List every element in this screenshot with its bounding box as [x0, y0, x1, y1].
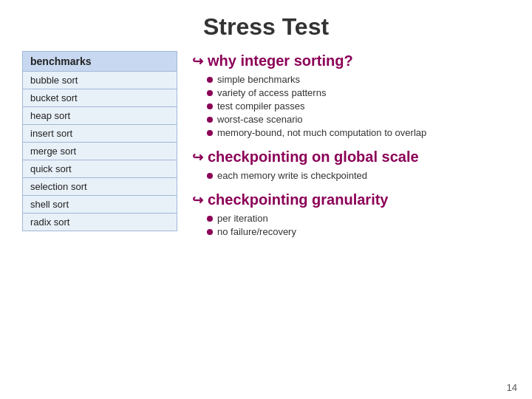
section-title-text: checkpointing on global scale	[208, 149, 419, 166]
list-item: per iteration	[207, 213, 510, 224]
bullet-text: memory-bound, not much computation to ov…	[217, 127, 426, 138]
benchmarks-panel: benchmarks bubble sortbucket sortheap so…	[22, 51, 177, 248]
section-title-why-sorting: ↪why integer sorting?	[192, 52, 510, 69]
benchmark-item: bucket sort	[22, 89, 177, 107]
section-checkpointing-granularity: ↪checkpointing granularityper iterationn…	[192, 191, 510, 237]
list-item: no failure/recovery	[207, 226, 510, 237]
bullet-dot-icon	[207, 216, 213, 222]
bullet-text: test compiler passes	[217, 100, 305, 112]
benchmark-item: heap sort	[22, 107, 177, 125]
benchmark-item: selection sort	[22, 178, 177, 196]
list-item: each memory write is checkpointed	[207, 170, 510, 181]
benchmark-item: quick sort	[22, 160, 177, 178]
bullet-list: simple benchmarksvariety of access patte…	[192, 74, 510, 138]
bullet-list: per iterationno failure/recovery	[192, 213, 510, 237]
arrow-icon: ↪	[192, 192, 203, 208]
bullet-dot-icon	[207, 103, 213, 109]
arrow-icon: ↪	[192, 53, 203, 69]
list-item: worst-case scenario	[207, 114, 510, 125]
bullet-text: each memory write is checkpointed	[217, 170, 367, 181]
bullet-text: simple benchmarks	[217, 74, 300, 85]
section-title-text: why integer sorting?	[208, 52, 353, 69]
section-title-text: checkpointing granularity	[208, 191, 388, 208]
section-title-checkpointing-granularity: ↪checkpointing granularity	[192, 191, 510, 208]
benchmarks-header: benchmarks	[22, 51, 177, 72]
right-panel: ↪why integer sorting?simple benchmarksva…	[192, 51, 510, 248]
list-item: test compiler passes	[207, 100, 510, 112]
benchmark-item: bubble sort	[22, 72, 177, 89]
bullet-text: no failure/recovery	[217, 226, 296, 237]
section-why-sorting: ↪why integer sorting?simple benchmarksva…	[192, 52, 510, 138]
section-checkpointing-global: ↪checkpointing on global scaleeach memor…	[192, 149, 510, 181]
benchmark-item: radix sort	[22, 214, 177, 231]
benchmark-item: merge sort	[22, 143, 177, 160]
arrow-icon: ↪	[192, 149, 203, 166]
bullet-text: variety of access patterns	[217, 87, 326, 98]
bullet-dot-icon	[207, 173, 213, 179]
list-item: variety of access patterns	[207, 87, 510, 98]
benchmark-item: shell sort	[22, 196, 177, 214]
bullet-dot-icon	[207, 229, 213, 235]
bullet-dot-icon	[207, 130, 213, 136]
bullet-dot-icon	[207, 90, 213, 96]
bullet-list: each memory write is checkpointed	[192, 170, 510, 181]
page-number: 14	[507, 382, 517, 393]
list-item: memory-bound, not much computation to ov…	[207, 127, 510, 138]
bullet-text: per iteration	[217, 213, 268, 224]
list-item: simple benchmarks	[207, 74, 510, 85]
bullet-text: worst-case scenario	[217, 114, 303, 125]
bullet-dot-icon	[207, 117, 213, 123]
benchmark-item: insert sort	[22, 125, 177, 143]
bullet-dot-icon	[207, 77, 213, 83]
page-title: Stress Test	[0, 0, 532, 51]
section-title-checkpointing-global: ↪checkpointing on global scale	[192, 149, 510, 166]
